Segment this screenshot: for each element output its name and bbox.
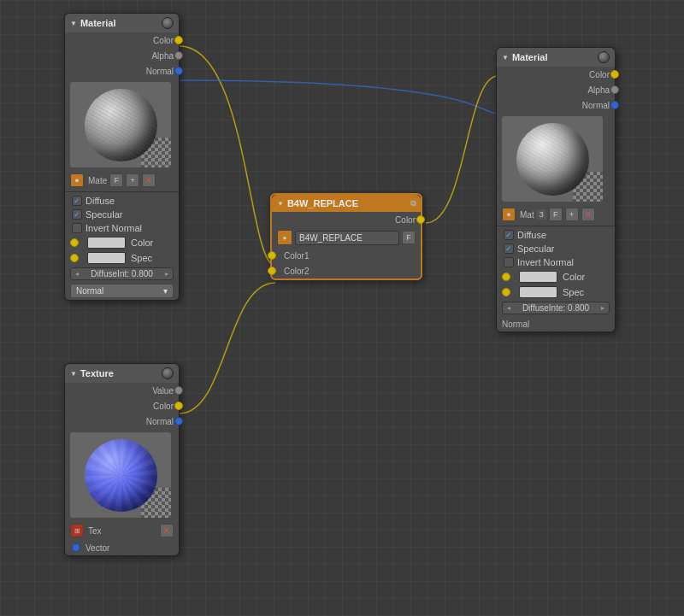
- diffuse-int-row: ◂ DiffuseInt: 0.800 ▸: [65, 266, 179, 282]
- r-diffuse-row: Diffuse: [497, 228, 615, 242]
- alpha-socket-out[interactable]: [174, 51, 183, 60]
- tex-x-btn[interactable]: ✕: [160, 524, 174, 537]
- vector-socket-in[interactable]: [72, 543, 80, 552]
- b4w-f-btn[interactable]: F: [402, 231, 416, 244]
- normal-dropdown-value: Normal: [76, 286, 103, 296]
- spec-swatch-row: Spec: [65, 250, 179, 266]
- b4w-replace-node: ▼ B4W_REPLACE ⧉ Color ● B4W_REPLACE F Co…: [270, 193, 422, 280]
- r-color-label: Color: [589, 70, 610, 79]
- x-btn[interactable]: ✕: [142, 173, 156, 187]
- r-color-swatch[interactable]: [519, 271, 557, 283]
- material-node-left: ▼ Material Color Alpha Normal ● Mate F +…: [64, 13, 180, 301]
- r-invert-normal-row: Invert Normal: [497, 255, 615, 269]
- triangle-icon-right: ▼: [502, 54, 509, 62]
- r-color-socket-out[interactable]: [610, 70, 619, 79]
- diffuse-int-value: DiffuseInt: 0.800: [91, 269, 153, 279]
- spec-dot: [70, 254, 79, 262]
- r-diffuse-int-slider[interactable]: ◂ DiffuseInte: 0.800 ▸: [502, 302, 610, 314]
- value-label: Value: [152, 386, 174, 396]
- color-label: Color: [153, 36, 174, 45]
- mat-num: 3: [537, 209, 546, 220]
- r-invert-normal-label: Invert Normal: [517, 257, 574, 267]
- r-diffuse-int-row: ◂ DiffuseInte: 0.800 ▸: [497, 300, 615, 316]
- r-spec-dot: [502, 288, 510, 296]
- texture-header: ▼ Texture: [65, 364, 179, 383]
- alpha-socket-row: Alpha: [65, 48, 179, 63]
- texture-controls: ⊞ Tex ✕: [65, 521, 179, 540]
- material-right-sphere-icon: [598, 51, 610, 63]
- diffuse-int-slider[interactable]: ◂ DiffuseInt: 0.800 ▸: [70, 267, 174, 280]
- tex-color-socket-out[interactable]: [174, 402, 183, 410]
- r-diffuse-label: Diffuse: [517, 230, 546, 240]
- texture-icon-btn[interactable]: ⊞: [70, 524, 84, 537]
- r-f-btn[interactable]: F: [549, 208, 563, 221]
- invert-normal-label: Invert Normal: [86, 223, 142, 233]
- material-left-sphere-icon: [162, 17, 174, 29]
- color2-socket-row: Color2: [272, 263, 421, 279]
- b4w-name-controls: ● B4W_REPLACE F: [272, 227, 421, 248]
- r-normal-bottom-row: Normal: [497, 316, 615, 331]
- material-right-header: ▼ Material: [497, 48, 615, 67]
- material-right-preview: [502, 116, 603, 202]
- f-btn[interactable]: F: [109, 173, 123, 187]
- r-diffuse-checkbox[interactable]: [504, 230, 514, 240]
- normal-dropdown-row: Normal ▾: [65, 282, 179, 300]
- invert-normal-checkbox[interactable]: [72, 223, 82, 233]
- material-node-right: ▼ Material Color Alpha Normal ● Mat 3 F …: [496, 47, 616, 332]
- spec-swatch[interactable]: [87, 252, 126, 264]
- material-ctrl-label: Mate: [88, 176, 107, 185]
- triangle-icon-tex: ▼: [70, 370, 77, 378]
- b4w-color-socket-row: Color: [272, 212, 421, 227]
- r-diffuse-int-value: DiffuseInte: 0.800: [522, 303, 589, 313]
- texture-sphere-icon: [162, 367, 174, 379]
- r-normal-socket-out[interactable]: [610, 101, 619, 109]
- r-normal-socket-row: Normal: [497, 97, 615, 113]
- normal-dropdown[interactable]: Normal ▾: [70, 284, 174, 298]
- b4w-color-label: Color: [395, 215, 416, 225]
- triangle-icon-b4w: ▼: [277, 200, 284, 208]
- diffuse-label: Diffuse: [86, 196, 115, 206]
- r-plus-btn[interactable]: +: [565, 208, 579, 221]
- tex-normal-socket-out[interactable]: [174, 417, 183, 425]
- r-spec-swatch-label: Spec: [563, 287, 584, 297]
- b4w-replace-title: B4W_REPLACE: [287, 198, 407, 208]
- plus-btn[interactable]: +: [126, 173, 139, 187]
- pages-icon: ⧉: [410, 199, 416, 208]
- r-alpha-label: Alpha: [587, 85, 610, 95]
- material-right-sphere: [516, 123, 589, 196]
- material-sphere-btn[interactable]: ●: [70, 173, 84, 187]
- value-socket-row: Value: [65, 383, 179, 398]
- color1-socket-in[interactable]: [268, 251, 276, 260]
- r-specular-label: Specular: [517, 243, 554, 254]
- b4w-name-input[interactable]: B4W_REPLACE: [295, 231, 399, 245]
- material-left-title: Material: [80, 18, 158, 28]
- specular-checkbox[interactable]: [72, 209, 82, 220]
- normal-socket-row: Normal: [65, 63, 179, 79]
- invert-normal-row: Invert Normal: [65, 221, 179, 235]
- texture-sphere: [85, 439, 157, 512]
- r-color-swatch-label: Color: [563, 272, 585, 282]
- r-x-btn[interactable]: ✕: [581, 208, 595, 221]
- color-socket-row: Color: [65, 32, 179, 48]
- material-right-controls: ● Mat 3 F + ✕: [497, 205, 615, 224]
- b4w-color-socket-out[interactable]: [416, 215, 425, 224]
- r-invert-normal-checkbox[interactable]: [504, 257, 514, 267]
- diffuse-checkbox[interactable]: [72, 196, 82, 206]
- color-swatch[interactable]: [87, 237, 126, 249]
- tex-color-label: Color: [153, 402, 174, 411]
- color2-label: Color2: [277, 267, 309, 276]
- normal-socket-out[interactable]: [174, 67, 183, 75]
- value-socket-out[interactable]: [174, 386, 183, 395]
- material-right-title: Material: [512, 52, 594, 62]
- r-alpha-socket-out[interactable]: [610, 85, 619, 94]
- r-mat-label: Mat: [520, 210, 534, 220]
- b4w-icon-btn[interactable]: ●: [277, 230, 292, 245]
- r-sphere-btn[interactable]: ●: [502, 208, 516, 221]
- r-specular-checkbox[interactable]: [504, 243, 514, 254]
- spec-swatch-label: Spec: [131, 253, 152, 263]
- color-swatch-row: Color: [65, 235, 179, 250]
- color2-socket-in[interactable]: [268, 267, 276, 275]
- r-spec-swatch[interactable]: [519, 286, 557, 298]
- vector-label: Vector: [86, 543, 109, 553]
- color-socket-out[interactable]: [174, 36, 183, 44]
